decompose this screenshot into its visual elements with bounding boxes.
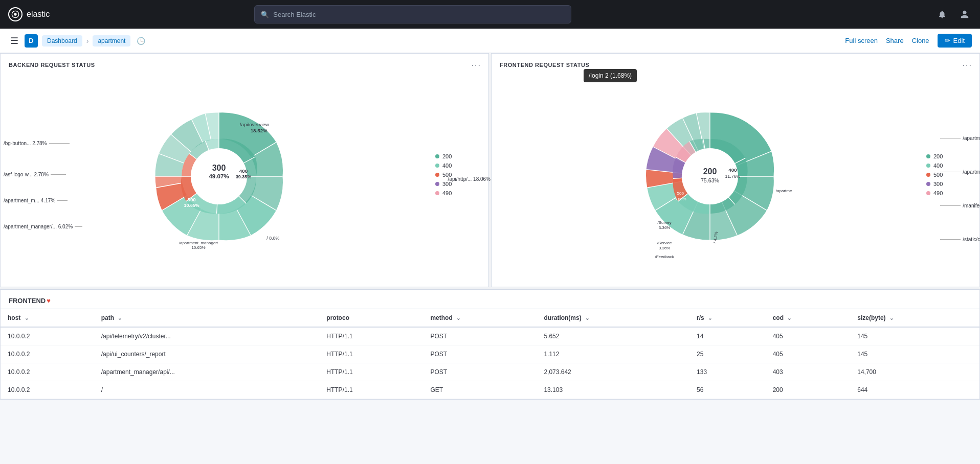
frontend-chart-title: FRONTEND REQUEST STATUS	[500, 62, 971, 68]
col-host[interactable]: host ⌄	[1, 309, 94, 327]
legend-dot-300	[435, 182, 439, 186]
legend-label-490: 490	[442, 190, 452, 196]
elastic-logo-circle	[8, 7, 23, 21]
top-navigation: elastic 🔍 Search Elastic	[0, 0, 980, 29]
cell-rs-2: 133	[689, 363, 766, 381]
col-duration[interactable]: duration(ms) ⌄	[537, 309, 689, 327]
sort-icon-host: ⌄	[25, 315, 29, 321]
backend-donut-wrapper: /bg-button... 2.78% /asf-logo-w... 2.78%…	[9, 95, 429, 258]
cell-cod-1: 405	[766, 345, 851, 363]
col-size[interactable]: size(byte) ⌄	[850, 309, 979, 327]
frontend-right-annotations: /apartment_mana... 5.04% /apartmen... 5.…	[940, 135, 980, 270]
alerts-icon[interactable]	[935, 7, 949, 21]
annotation-apartment-mana: /apartment_mana... 5.04%	[940, 135, 980, 141]
svg-text:10.65%: 10.65%	[184, 203, 199, 208]
breadcrumb-separator: ›	[86, 37, 89, 45]
cell-path-1: /api/ui_counters/_report	[94, 345, 320, 363]
cell-host-2: 10.0.0.2	[1, 363, 94, 381]
col-path-label: path	[101, 314, 114, 321]
edit-button[interactable]: ✏ Edit	[938, 34, 972, 48]
svg-text:49.07%: 49.07%	[209, 173, 229, 179]
annotation-apartment-manager: /apartment_manager/... 6.02%	[4, 224, 82, 229]
svg-point-1	[14, 13, 16, 15]
hamburger-menu[interactable]: ☰	[8, 33, 20, 49]
backend-api-http-label: /api/http/... 18.06%	[448, 176, 491, 182]
cell-method-3: GET	[423, 381, 537, 399]
svg-text:10.65%: 10.65%	[191, 245, 205, 250]
table-header-row: host ⌄ path ⌄ protoco method ⌄	[1, 309, 979, 327]
svg-text:400: 400	[728, 167, 737, 173]
cell-duration-3: 13.103	[537, 381, 689, 399]
frontend-donut-svg: 200 400 11.76% 500 5.88% 300 5.04%	[628, 95, 792, 258]
col-cod-label: cod	[773, 314, 784, 321]
cell-method-2: POST	[423, 363, 537, 381]
breadcrumb-apartment[interactable]: apartment	[93, 35, 130, 47]
frontend-chart-container: 200 400 11.76% 500 5.88% 300 5.04%	[500, 74, 971, 279]
cell-rs-1: 25	[689, 345, 766, 363]
legend-200: 200	[435, 153, 480, 159]
col-method[interactable]: method ⌄	[423, 309, 537, 327]
legend-label-200: 200	[442, 153, 452, 159]
cell-duration-1: 1.112	[537, 345, 689, 363]
frontend-panel-menu[interactable]: ···	[963, 61, 972, 70]
backend-annotations: /bg-button... 2.78% /asf-logo-w... 2.78%…	[4, 141, 82, 250]
annotation-bg-button: /bg-button... 2.78%	[4, 141, 82, 146]
edit-label: Edit	[953, 37, 965, 44]
clock-icon[interactable]: 🕒	[137, 37, 145, 45]
elastic-logo: elastic	[8, 7, 70, 21]
backend-donut-svg: 300 49.07% 400 39.35% 500 10.65% /api/ov…	[137, 95, 301, 258]
table-row: 10.0.0.2 /apartment_manager/api/... HTTP…	[1, 363, 979, 381]
search-icon: 🔍	[261, 11, 269, 18]
cell-host-3: 10.0.0.2	[1, 381, 94, 399]
frontend-legend-dot-200	[926, 154, 930, 158]
share-button[interactable]: Share	[886, 37, 904, 44]
cell-path-0: /api/telemetry/v2/cluster...	[94, 327, 320, 345]
col-protoco[interactable]: protoco	[319, 309, 423, 327]
cell-path-2: /apartment_manager/api/...	[94, 363, 320, 381]
svg-text:400: 400	[239, 168, 248, 174]
svg-text:300: 300	[212, 164, 226, 172]
second-navigation: ☰ D Dashboard › apartment 🕒 Full screen …	[0, 29, 980, 53]
frontend-donut-wrapper: 200 400 11.76% 500 5.88% 300 5.04%	[500, 95, 920, 258]
clone-button[interactable]: Clone	[912, 37, 929, 44]
sort-icon-cod: ⌄	[787, 315, 791, 321]
cell-method-1: POST	[423, 345, 537, 363]
col-rs[interactable]: r/s ⌄	[689, 309, 766, 327]
svg-text:500: 500	[188, 197, 196, 202]
sort-icon-duration: ⌄	[585, 315, 589, 321]
backend-panel-menu[interactable]: ···	[472, 61, 481, 70]
full-screen-button[interactable]: Full screen	[845, 37, 878, 44]
col-cod[interactable]: cod ⌄	[766, 309, 851, 327]
search-bar[interactable]: 🔍 Search Elastic	[254, 5, 571, 24]
breadcrumb-dashboard[interactable]: Dashboard	[42, 35, 82, 47]
frontend-legend-dot-490	[926, 191, 930, 195]
annotation-manifest-json: /manifest.json 5.88%	[940, 203, 980, 208]
svg-text:3.36%: 3.36%	[659, 225, 671, 230]
cell-protocol-3: HTTP/1.1	[319, 381, 423, 399]
sort-icon-path: ⌄	[118, 315, 122, 321]
legend-400: 400	[435, 163, 480, 169]
svg-text:500: 500	[677, 191, 684, 196]
table-title: FRONTEND♥	[1, 290, 979, 309]
col-rs-label: r/s	[697, 314, 704, 321]
annotation-apartmen: /apartmen... 5.88%	[940, 169, 980, 175]
svg-text:5.88%: 5.88%	[675, 197, 686, 201]
cell-host-1: 10.0.0.2	[1, 345, 94, 363]
user-icon[interactable]	[957, 7, 972, 21]
col-duration-label: duration(ms)	[544, 314, 581, 321]
col-path[interactable]: path ⌄	[94, 309, 320, 327]
svg-text:/api/overview: /api/overview	[240, 122, 270, 127]
nav-right-actions: Full screen Share Clone ✏ Edit	[845, 34, 972, 48]
cell-duration-2: 2,073.642	[537, 363, 689, 381]
cell-method-0: POST	[423, 327, 537, 345]
legend-label-400: 400	[442, 163, 452, 169]
cell-size-1: 145	[850, 345, 979, 363]
cell-size-3: 644	[850, 381, 979, 399]
backend-chart-panel: BACKEND REQUEST STATUS ··· /bg-button...…	[0, 53, 489, 287]
svg-text:39.35%: 39.35%	[236, 174, 251, 179]
cell-rs-3: 56	[689, 381, 766, 399]
cell-duration-0: 5.652	[537, 327, 689, 345]
breadcrumb-d-icon: D	[25, 34, 38, 48]
cell-rs-0: 14	[689, 327, 766, 345]
table-row: 10.0.0.2 /api/telemetry/v2/cluster... HT…	[1, 327, 979, 345]
